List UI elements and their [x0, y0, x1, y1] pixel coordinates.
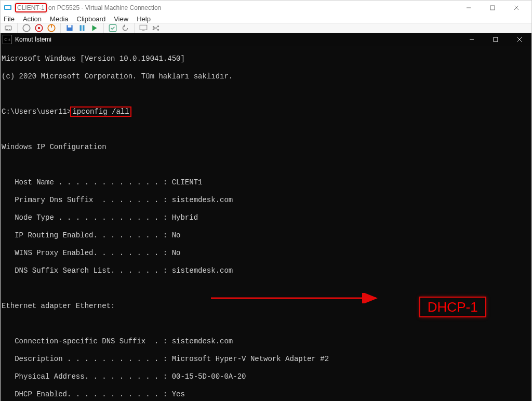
cmd-icon: C:\: [3, 35, 12, 44]
svg-rect-7: [6, 29, 8, 30]
svg-rect-22: [142, 31, 145, 31]
svg-point-25: [157, 25, 159, 27]
menu-media[interactable]: Media: [50, 15, 68, 23]
svg-point-9: [23, 24, 30, 32]
ctrl-alt-del-icon[interactable]: [4, 23, 13, 33]
reset-icon[interactable]: [90, 23, 99, 33]
svg-marker-18: [92, 25, 97, 31]
svg-point-11: [38, 27, 41, 30]
svg-point-24: [153, 29, 154, 30]
arrow-annotation: [211, 293, 382, 303]
turnoff-icon[interactable]: [34, 23, 44, 33]
menu-view[interactable]: View: [114, 15, 128, 23]
outer-titlebar: CLIENT-1 on PC5525 - Virtual Machine Con…: [1, 1, 531, 15]
menu-file[interactable]: File: [4, 15, 15, 23]
share-icon[interactable]: [151, 23, 161, 33]
command-prompt-window: C:\ Komut İstemi Microsoft Windows [Vers…: [1, 33, 531, 401]
menu-bar: File Action Media Clipboard View Help: [1, 15, 531, 23]
svg-point-23: [153, 26, 154, 28]
menu-action[interactable]: Action: [23, 15, 42, 23]
dhcp-callout: DHCP-1: [389, 288, 486, 326]
cmd-output[interactable]: Microsoft Windows [Version 10.0.19041.45…: [1, 46, 531, 401]
line-conn-suffix: Connection-specific DNS Suffix . : siste…: [2, 337, 530, 346]
svg-rect-6: [5, 26, 11, 30]
toolbar: [1, 23, 531, 33]
cmd-title: Komut İstemi: [15, 36, 51, 43]
line-version: Microsoft Windows [Version 10.0.19041.45…: [2, 55, 530, 63]
cmd-close-button[interactable]: [508, 33, 531, 46]
line-dns-search: DNS Suffix Search List. . . . . . : sist…: [2, 266, 530, 275]
dhcp-callout-label: DHCP-1: [419, 297, 486, 317]
svg-marker-20: [124, 24, 125, 28]
line-hostname: Host Name . . . . . . . . . . . . : CLIE…: [2, 178, 530, 187]
close-button[interactable]: [504, 1, 528, 15]
line-wins-proxy: WINS Proxy Enabled. . . . . . . . : No: [2, 249, 530, 258]
shutdown-icon[interactable]: [47, 23, 56, 33]
menu-help[interactable]: Help: [137, 15, 151, 23]
cmd-maximize-button[interactable]: [484, 33, 508, 46]
prompt-line-1: C:\Users\user11>ipconfig /all: [2, 108, 530, 116]
section-winip: Windows IP Configuration: [2, 143, 530, 152]
line-primary-suffix: Primary Dns Suffix . . . . . . . : siste…: [2, 196, 530, 205]
menu-clipboard[interactable]: Clipboard: [77, 15, 106, 23]
window-title: CLIENT-1 on PC5525 - Virtual Machine Con…: [15, 3, 161, 12]
svg-rect-15: [68, 25, 72, 28]
cmd-titlebar: C:\ Komut İstemi: [1, 33, 531, 46]
maximize-button[interactable]: [481, 1, 504, 15]
minimize-button[interactable]: [457, 1, 481, 15]
hyperv-icon: [4, 4, 12, 12]
line-phys-addr: Physical Address. . . . . . . . . : 00-1…: [2, 372, 530, 381]
svg-rect-8: [9, 29, 10, 30]
start-icon[interactable]: [22, 23, 31, 33]
window-title-rest: on PC5525 - Virtual Machine Connection: [48, 4, 161, 11]
svg-point-26: [157, 29, 159, 31]
vm-connection-window: CLIENT-1 on PC5525 - Virtual Machine Con…: [0, 0, 532, 401]
line-copyright: (c) 2020 Microsoft Corporation. Tüm hakl…: [2, 72, 530, 81]
revert-icon[interactable]: [121, 23, 130, 33]
svg-rect-16: [80, 25, 82, 31]
command-highlight: ipconfig /all: [71, 108, 130, 116]
svg-rect-1: [5, 6, 10, 9]
cmd-minimize-button[interactable]: [460, 33, 484, 46]
enhanced-session-icon[interactable]: [139, 23, 148, 33]
line-dhcp-enabled: DHCP Enabled. . . . . . . . . . . : Yes: [2, 390, 530, 399]
svg-rect-21: [140, 25, 147, 30]
save-icon[interactable]: [65, 23, 74, 33]
checkpoint-icon[interactable]: [108, 23, 117, 33]
line-node-type: Node Type . . . . . . . . . . . . : Hybr…: [2, 213, 530, 222]
svg-rect-3: [490, 6, 495, 10]
line-description: Description . . . . . . . . . . . : Micr…: [2, 355, 530, 364]
line-ip-routing: IP Routing Enabled. . . . . . . . : No: [2, 231, 530, 240]
svg-rect-17: [83, 25, 84, 31]
title-highlight: CLIENT-1: [15, 3, 47, 12]
svg-rect-28: [494, 37, 498, 42]
pause-icon[interactable]: [77, 23, 87, 33]
